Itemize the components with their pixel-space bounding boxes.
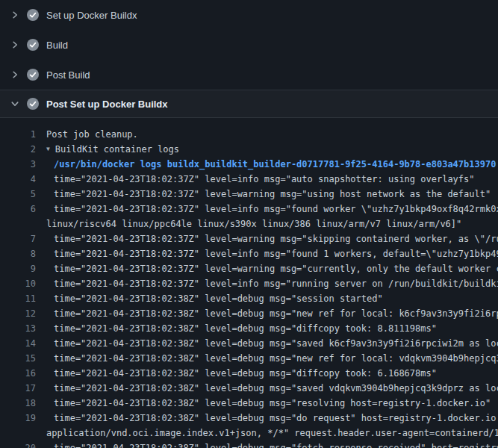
log-text: time="2021-04-23T18:02:38Z" level=debug … — [54, 306, 498, 321]
log-text: Post job cleanup. — [46, 127, 138, 142]
line-number[interactable]: 18 — [0, 396, 36, 411]
log-line: 18time="2021-04-23T18:02:38Z" level=debu… — [0, 396, 498, 411]
log-text: time="2021-04-23T18:02:37Z" level=info m… — [54, 172, 475, 187]
log-text: time="2021-04-23T18:02:38Z" level=debug … — [54, 366, 437, 381]
log-line: 3/usr/bin/docker logs buildx_buildkit_bu… — [0, 157, 498, 172]
log-text: linux/riscv64 linux/ppc64le linux/s390x … — [46, 217, 461, 231]
log-text: time="2021-04-23T18:02:37Z" level=warnin… — [54, 261, 498, 276]
step-row-post-set-up-docker-buildx[interactable]: Post Set up Docker Buildx — [0, 90, 498, 118]
log-line: 5time="2021-04-23T18:02:37Z" level=warni… — [0, 187, 498, 202]
success-check-icon — [27, 98, 39, 110]
line-number[interactable]: 10 — [0, 276, 36, 291]
line-number[interactable]: 3 — [0, 157, 36, 172]
line-number[interactable]: 17 — [0, 381, 36, 396]
line-number[interactable]: 7 — [0, 231, 36, 246]
log-text: time="2021-04-23T18:02:38Z" level=debug … — [54, 381, 498, 396]
line-number[interactable]: 15 — [0, 351, 36, 366]
steps-list: Set up Docker Buildx Build Post Build — [0, 0, 498, 118]
success-check-icon — [27, 69, 39, 81]
log-text: time="2021-04-23T18:02:38Z" level=debug … — [54, 441, 498, 448]
log-text: time="2021-04-23T18:02:38Z" level=debug … — [54, 411, 498, 426]
success-check-icon — [27, 39, 39, 51]
log-line-group: 2▼BuildKit container logs — [0, 142, 498, 157]
log-text: time="2021-04-23T18:02:38Z" level=debug … — [54, 321, 437, 336]
log-line: 20time="2021-04-23T18:02:38Z" level=debu… — [0, 441, 498, 448]
log-text: application/vnd.oci.image.index.v1+json,… — [46, 426, 498, 441]
log-line: 10time="2021-04-23T18:02:37Z" level=info… — [0, 276, 498, 291]
log-line: 14time="2021-04-23T18:02:38Z" level=debu… — [0, 336, 498, 351]
line-number[interactable]: 1 — [0, 127, 36, 142]
log-line: 19time="2021-04-23T18:02:38Z" level=debu… — [0, 411, 498, 426]
step-row-post-build[interactable]: Post Build — [0, 60, 498, 90]
step-label: Post Set up Docker Buildx — [46, 99, 168, 110]
log-text: time="2021-04-23T18:02:37Z" level=info m… — [54, 276, 498, 291]
log-text: time="2021-04-23T18:02:38Z" level=debug … — [54, 291, 383, 306]
log-text: time="2021-04-23T18:02:37Z" level=info m… — [54, 246, 498, 261]
line-number[interactable]: 14 — [0, 336, 36, 351]
line-number[interactable]: 19 — [0, 411, 36, 426]
line-number[interactable]: 11 — [0, 291, 36, 306]
log-line: 7time="2021-04-23T18:02:37Z" level=warni… — [0, 231, 498, 246]
log-text: time="2021-04-23T18:02:37Z" level=info m… — [54, 202, 498, 217]
log-text: time="2021-04-23T18:02:37Z" level=warnin… — [54, 187, 491, 202]
log-command-text: /usr/bin/docker logs buildx_buildkit_bui… — [54, 157, 496, 172]
log-line: 11time="2021-04-23T18:02:38Z" level=debu… — [0, 291, 498, 306]
log-line: 17time="2021-04-23T18:02:38Z" level=debu… — [0, 381, 498, 396]
line-number[interactable]: 8 — [0, 246, 36, 261]
log-line: 6time="2021-04-23T18:02:37Z" level=info … — [0, 202, 498, 217]
line-number[interactable]: 6 — [0, 202, 36, 217]
log-line: 15time="2021-04-23T18:02:38Z" level=debu… — [0, 351, 498, 366]
triangle-down-icon[interactable]: ▼ — [46, 142, 50, 157]
line-number[interactable]: 2 — [0, 142, 36, 157]
chevron-down-icon — [9, 98, 21, 110]
log-line: application/vnd.oci.image.index.v1+json,… — [0, 426, 498, 441]
line-number[interactable]: 20 — [0, 441, 36, 448]
log-line: 9time="2021-04-23T18:02:37Z" level=warni… — [0, 261, 498, 276]
step-label: Set up Docker Buildx — [46, 10, 137, 21]
line-number — [0, 426, 36, 441]
line-number[interactable]: 13 — [0, 321, 36, 336]
log-line: 12time="2021-04-23T18:02:38Z" level=debu… — [0, 306, 498, 321]
log-lines: 1Post job cleanup.2▼BuildKit container l… — [0, 118, 498, 448]
log-text[interactable]: ▼BuildKit container logs — [46, 142, 179, 157]
log-line: 4time="2021-04-23T18:02:37Z" level=info … — [0, 172, 498, 187]
log-text: time="2021-04-23T18:02:38Z" level=debug … — [54, 336, 498, 351]
chevron-right-icon — [9, 9, 21, 21]
success-check-icon — [27, 9, 39, 21]
line-number[interactable]: 12 — [0, 306, 36, 321]
step-row-build[interactable]: Build — [0, 30, 498, 60]
log-text: time="2021-04-23T18:02:37Z" level=warnin… — [54, 231, 498, 246]
step-label: Build — [46, 40, 68, 51]
chevron-right-icon — [9, 69, 21, 81]
chevron-right-icon — [9, 39, 21, 51]
log-line: 8time="2021-04-23T18:02:37Z" level=info … — [0, 246, 498, 261]
step-row-set-up-docker-buildx[interactable]: Set up Docker Buildx — [0, 0, 498, 30]
log-line: 16time="2021-04-23T18:02:38Z" level=debu… — [0, 366, 498, 381]
log-line: 1Post job cleanup. — [0, 127, 498, 142]
log-line: 13time="2021-04-23T18:02:38Z" level=debu… — [0, 321, 498, 336]
log-text: time="2021-04-23T18:02:38Z" level=debug … — [54, 396, 491, 411]
line-number[interactable]: 16 — [0, 366, 36, 381]
line-number[interactable]: 4 — [0, 172, 36, 187]
line-number[interactable]: 5 — [0, 187, 36, 202]
log-text: time="2021-04-23T18:02:38Z" level=debug … — [54, 351, 498, 366]
line-number[interactable]: 9 — [0, 261, 36, 276]
line-number — [0, 217, 36, 231]
actions-log-viewer: Set up Docker Buildx Build Post Build — [0, 0, 498, 448]
step-label: Post Build — [46, 69, 90, 81]
log-line: linux/riscv64 linux/ppc64le linux/s390x … — [0, 217, 498, 231]
